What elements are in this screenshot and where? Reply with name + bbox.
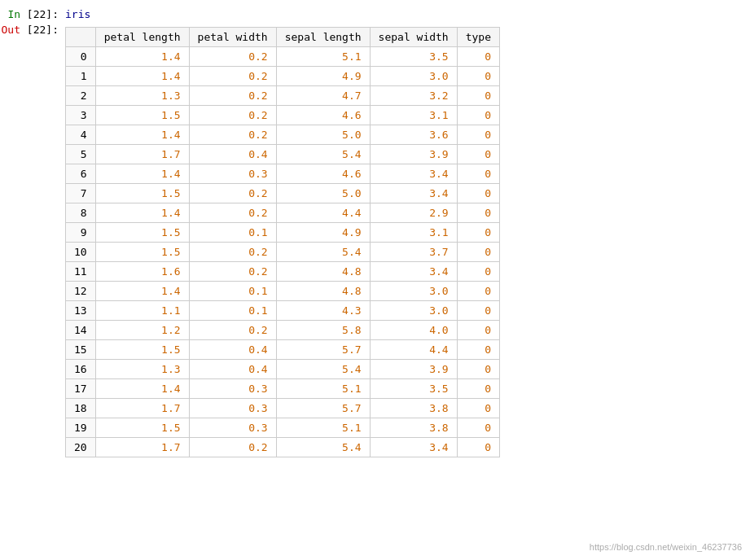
row-sepal-length: 5.1 [276,47,370,67]
row-sepal-width: 3.4 [370,438,457,457]
row-type: 0 [457,262,499,282]
row-petal-length: 1.7 [95,438,189,457]
row-type: 0 [457,145,499,164]
row-sepal-length: 5.4 [276,438,370,457]
row-type: 0 [457,301,499,321]
table-row: 201.70.25.43.40 [66,438,500,457]
row-sepal-width: 3.9 [370,360,457,379]
row-index: 2 [66,86,96,106]
col-sepal-width: sepal width [370,28,457,47]
row-sepal-length: 4.3 [276,301,370,321]
row-sepal-length: 5.1 [276,379,370,399]
row-petal-length: 1.4 [95,47,189,67]
row-sepal-length: 5.4 [276,145,370,164]
row-index: 20 [66,438,96,457]
row-petal-width: 0.3 [189,379,276,399]
row-petal-width: 0.4 [189,360,276,379]
row-type: 0 [457,282,499,301]
row-petal-length: 1.5 [95,184,189,203]
output-content: petal length petal width sepal length se… [65,22,750,457]
row-petal-length: 1.4 [95,67,189,86]
col-petal-width: petal width [189,28,276,47]
row-sepal-width: 3.5 [370,379,457,399]
row-petal-length: 1.7 [95,399,189,418]
row-petal-width: 0.3 [189,399,276,418]
notebook-container: In [22]: iris Out [22]: petal length pet… [0,0,750,466]
row-petal-length: 1.7 [95,145,189,164]
row-sepal-length: 4.8 [276,262,370,282]
row-petal-width: 0.2 [189,203,276,223]
row-petal-width: 0.2 [189,47,276,67]
row-index: 18 [66,399,96,418]
row-type: 0 [457,223,499,243]
row-type: 0 [457,125,499,145]
row-petal-width: 0.2 [189,321,276,340]
dataframe-wrapper: petal length petal width sepal length se… [65,27,750,457]
row-sepal-width: 2.9 [370,203,457,223]
row-petal-length: 1.5 [95,340,189,360]
row-index: 1 [66,67,96,86]
row-sepal-width: 3.6 [370,125,457,145]
table-row: 131.10.14.33.00 [66,301,500,321]
row-type: 0 [457,418,499,438]
row-type: 0 [457,399,499,418]
table-row: 121.40.14.83.00 [66,282,500,301]
row-type: 0 [457,438,499,457]
row-sepal-width: 4.4 [370,340,457,360]
row-petal-width: 0.3 [189,418,276,438]
row-petal-length: 1.5 [95,106,189,125]
row-sepal-length: 4.9 [276,223,370,243]
output-label: Out [22]: [0,22,65,36]
table-row: 111.60.24.83.40 [66,262,500,282]
row-petal-width: 0.1 [189,223,276,243]
row-sepal-width: 3.0 [370,301,457,321]
row-sepal-length: 5.0 [276,184,370,203]
table-row: 81.40.24.42.90 [66,203,500,223]
table-row: 71.50.25.03.40 [66,184,500,203]
input-label: In [22]: [0,7,65,20]
row-petal-length: 1.4 [95,203,189,223]
col-petal-length: petal length [95,28,189,47]
row-type: 0 [457,86,499,106]
table-row: 151.50.45.74.40 [66,340,500,360]
row-petal-width: 0.2 [189,262,276,282]
row-sepal-length: 4.8 [276,282,370,301]
row-petal-length: 1.4 [95,282,189,301]
row-petal-length: 1.5 [95,223,189,243]
row-petal-width: 0.2 [189,184,276,203]
row-sepal-width: 3.7 [370,243,457,262]
row-sepal-width: 3.1 [370,106,457,125]
row-index: 0 [66,47,96,67]
row-sepal-length: 4.6 [276,164,370,184]
row-petal-length: 1.4 [95,379,189,399]
table-row: 141.20.25.84.00 [66,321,500,340]
table-row: 91.50.14.93.10 [66,223,500,243]
out-keyword: Out [2,24,20,36]
output-cell: Out [22]: petal length petal width sepal… [0,22,750,457]
row-petal-length: 1.4 [95,164,189,184]
data-table: petal length petal width sepal length se… [65,27,500,457]
row-petal-width: 0.2 [189,67,276,86]
row-index: 13 [66,301,96,321]
row-sepal-length: 4.7 [276,86,370,106]
row-type: 0 [457,379,499,399]
table-row: 11.40.24.93.00 [66,67,500,86]
row-type: 0 [457,340,499,360]
row-petal-width: 0.1 [189,301,276,321]
row-sepal-length: 4.9 [276,67,370,86]
row-type: 0 [457,360,499,379]
row-sepal-length: 5.4 [276,243,370,262]
table-row: 191.50.35.13.80 [66,418,500,438]
row-sepal-width: 3.4 [370,262,457,282]
in-number: [22]: [27,8,59,20]
table-row: 41.40.25.03.60 [66,125,500,145]
row-petal-width: 0.2 [189,438,276,457]
row-index: 7 [66,184,96,203]
row-type: 0 [457,321,499,340]
row-petal-length: 1.6 [95,262,189,282]
table-row: 31.50.24.63.10 [66,106,500,125]
row-sepal-width: 3.9 [370,145,457,164]
row-sepal-width: 3.0 [370,67,457,86]
row-index: 6 [66,164,96,184]
row-sepal-length: 5.0 [276,125,370,145]
